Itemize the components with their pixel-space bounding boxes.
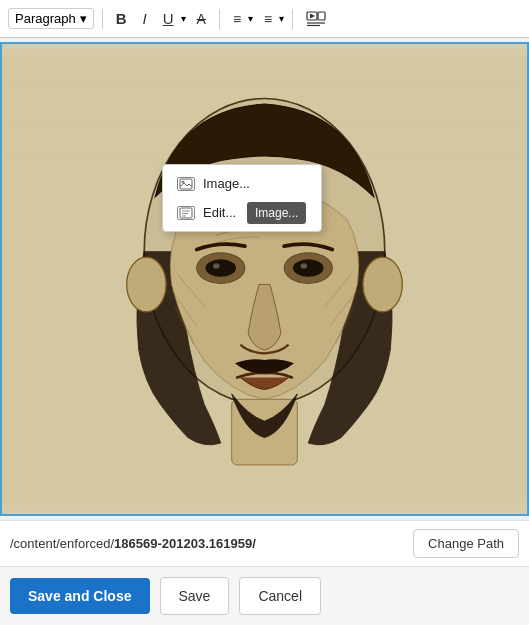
svg-point-15 xyxy=(301,263,308,268)
path-bar: /content/enforced/186569-201203.161959/ … xyxy=(0,520,529,566)
paragraph-label: Paragraph xyxy=(15,11,76,26)
underline-group: U ▾ xyxy=(158,7,186,30)
paragraph-arrow: ▾ xyxy=(80,11,87,26)
bold-button[interactable]: B xyxy=(111,7,132,30)
list-arrow[interactable]: ▾ xyxy=(279,13,284,24)
path-prefix: /content/enforced/ xyxy=(10,536,114,551)
underline-arrow[interactable]: ▾ xyxy=(181,13,186,24)
italic-button[interactable]: I xyxy=(138,7,152,30)
align-button[interactable]: ≡ xyxy=(228,8,246,30)
tooltip-bubble: Image... xyxy=(247,202,306,224)
footer: Save and Close Save Cancel xyxy=(0,566,529,625)
list-group: ≡ ▾ xyxy=(259,8,284,30)
image-menu-icon xyxy=(177,177,195,191)
svg-rect-25 xyxy=(180,179,192,189)
path-bold: 186569-201203.161959/ xyxy=(114,536,256,551)
svg-rect-2 xyxy=(318,12,325,20)
tooltip-text: Image... xyxy=(255,206,298,220)
context-menu-item2-label: Edit... xyxy=(203,205,236,220)
save-and-close-button[interactable]: Save and Close xyxy=(10,578,150,614)
media-button[interactable] xyxy=(301,8,331,30)
editor-content[interactable]: Image... Edit... Image... xyxy=(2,44,527,514)
context-menu-item-image[interactable]: Image... xyxy=(163,169,321,198)
svg-point-16 xyxy=(127,257,166,312)
toolbar: Paragraph ▾ B I U ▾ A ≡ ▾ ≡ ▾ xyxy=(0,0,529,38)
save-button[interactable]: Save xyxy=(160,577,230,615)
list-button[interactable]: ≡ xyxy=(259,8,277,30)
change-path-button[interactable]: Change Path xyxy=(413,529,519,558)
strikethrough-group: A xyxy=(192,8,211,30)
svg-point-13 xyxy=(293,259,324,277)
svg-point-14 xyxy=(213,263,220,268)
separator-1 xyxy=(102,9,103,29)
cancel-button[interactable]: Cancel xyxy=(239,577,321,615)
svg-point-12 xyxy=(205,259,236,277)
separator-2 xyxy=(219,9,220,29)
separator-3 xyxy=(292,9,293,29)
svg-marker-1 xyxy=(310,13,315,18)
portrait-background xyxy=(2,44,527,514)
path-text: /content/enforced/186569-201203.161959/ xyxy=(10,536,403,551)
context-menu-item1-label: Image... xyxy=(203,176,250,191)
align-arrow[interactable]: ▾ xyxy=(248,13,253,24)
edit-menu-icon xyxy=(177,206,195,220)
underline-button[interactable]: U xyxy=(158,7,179,30)
editor-area[interactable]: Image... Edit... Image... xyxy=(0,42,529,516)
media-icon xyxy=(306,11,326,27)
strikethrough-button[interactable]: A xyxy=(192,8,211,30)
portrait-svg xyxy=(2,44,527,514)
paragraph-select[interactable]: Paragraph ▾ xyxy=(8,8,94,29)
align-group: ≡ ▾ xyxy=(228,8,253,30)
svg-point-17 xyxy=(363,257,402,312)
